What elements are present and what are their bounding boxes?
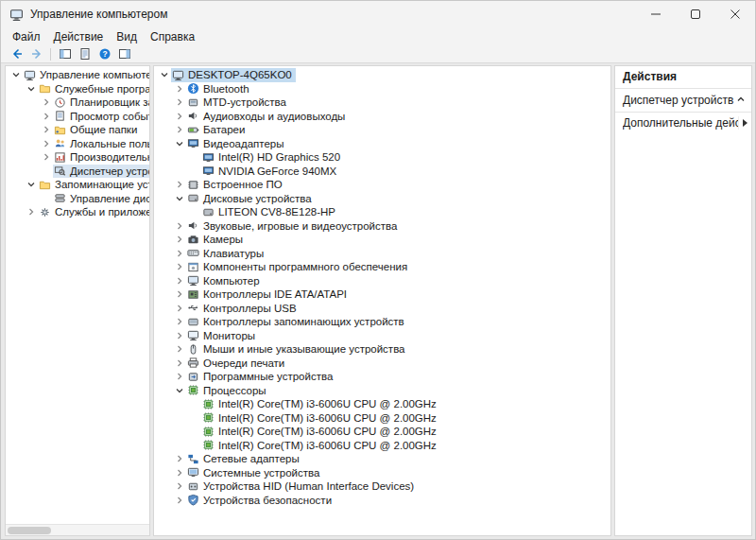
chevron-right-icon[interactable] (173, 302, 186, 315)
tree-item[interactable]: Звуковые, игровые и видеоустройства (154, 219, 610, 234)
tree-item[interactable]: Системные устройства (154, 466, 610, 480)
chevron-down-icon[interactable] (173, 137, 186, 150)
tree-item[interactable]: Контроллеры запоминающих устройств (154, 315, 610, 329)
tree-item[interactable]: Устройства HID (Human Interface Devices) (154, 479, 610, 494)
tree-item[interactable]: Мониторы (154, 329, 610, 343)
chevron-right-icon[interactable] (25, 205, 38, 218)
toolbar: ? (1, 45, 755, 63)
tree-item[interactable]: NVIDIA GeForce 940MX (154, 165, 610, 179)
tree-item[interactable]: Службы и приложения (6, 205, 149, 219)
more-actions-item[interactable]: Дополнительные действ… (615, 113, 751, 133)
tree-item-label: Просмотр событий (67, 111, 149, 122)
chevron-right-icon[interactable] (173, 466, 186, 479)
chevron-down-icon[interactable] (158, 68, 171, 81)
properties-button[interactable] (75, 46, 94, 62)
arrow-right-icon[interactable] (738, 116, 751, 130)
forward-button[interactable] (26, 46, 46, 62)
minimize-button[interactable] (636, 1, 676, 27)
tree-item[interactable]: Дисковые устройства (154, 192, 610, 206)
actions-section-device-manager[interactable]: Диспетчер устройств (615, 89, 751, 113)
tree-item[interactable]: Служебные программы (6, 82, 149, 96)
tree-item[interactable]: Камеры (154, 233, 610, 247)
chevron-right-icon[interactable] (173, 110, 186, 123)
tree-item[interactable]: Процессоры (154, 384, 610, 398)
tree-item[interactable]: Управление дисками (6, 192, 149, 206)
chevron-right-icon[interactable] (40, 137, 53, 150)
chevron-right-icon[interactable] (40, 150, 53, 164)
tree-item[interactable]: Intel(R) Core(TM) i3-6006U CPU @ 2.00GHz (154, 439, 610, 453)
chevron-right-icon[interactable] (173, 287, 186, 301)
tree-item[interactable]: Компоненты программного обеспечения (154, 260, 610, 274)
chevron-right-icon[interactable] (173, 178, 186, 191)
tree-item[interactable]: Локальные пользовате (6, 137, 149, 151)
chevron-right-icon[interactable] (173, 329, 186, 342)
chevron-right-icon[interactable] (173, 479, 186, 493)
show-action-pane-button[interactable] (114, 46, 134, 62)
tree-item[interactable]: Intel(R) HD Graphics 520 (154, 150, 610, 165)
chevron-right-icon[interactable] (173, 452, 186, 465)
tree-item[interactable]: Контроллеры USB (154, 302, 610, 316)
chevron-right-icon[interactable] (173, 357, 186, 370)
chevron-down-icon[interactable] (25, 82, 38, 96)
chevron-right-icon[interactable] (173, 123, 186, 136)
tree-item[interactable]: Компьютер (154, 274, 610, 288)
tree-item[interactable]: Запоминающие устройств (6, 178, 149, 192)
menu-item[interactable]: Действие (47, 28, 111, 45)
chevron-down-icon[interactable] (9, 68, 23, 81)
chevron-right-icon[interactable] (40, 110, 53, 123)
close-button[interactable] (715, 1, 755, 27)
tree-item[interactable]: Intel(R) Core(TM) i3-6006U CPU @ 2.00GHz (154, 411, 610, 426)
help-button[interactable]: ? (94, 46, 114, 62)
tree-item[interactable]: Intel(R) Core(TM) i3-6006U CPU @ 2.00GHz (154, 425, 610, 439)
chevron-right-icon[interactable] (40, 96, 53, 109)
tree-item[interactable]: Клавиатуры (154, 247, 610, 261)
tree-item[interactable]: Общие папки (6, 123, 149, 137)
chevron-right-icon[interactable] (173, 247, 186, 260)
chevron-right-icon[interactable] (173, 260, 186, 273)
maximize-button[interactable] (676, 1, 715, 27)
tree-item[interactable]: Мыши и иные указывающие устройства (154, 342, 610, 357)
tree-item[interactable]: Контроллеры IDE ATA/ATAPI (154, 287, 610, 302)
chevron-right-icon[interactable] (173, 342, 186, 356)
tree-item[interactable]: Диспетчер устройств (6, 165, 149, 179)
chevron-down-icon[interactable] (173, 192, 186, 205)
tree-item[interactable]: Устройства безопасности (154, 494, 610, 508)
chevron-right-icon[interactable] (173, 370, 186, 383)
menu-item[interactable]: Справка (144, 28, 201, 45)
tree-item[interactable]: Очереди печати (154, 357, 610, 371)
chevron-up-icon[interactable] (736, 94, 746, 107)
menu-item[interactable]: Файл (6, 28, 47, 45)
tree-item[interactable]: MTD-устройства (154, 96, 610, 110)
tree-item[interactable]: Аудиовходы и аудиовыходы (154, 110, 610, 124)
software-component-icon (186, 260, 200, 273)
tree-item[interactable]: Bluetooth (154, 82, 610, 96)
chevron-down-icon[interactable] (25, 178, 38, 191)
chevron-right-icon[interactable] (40, 123, 53, 136)
tree-item[interactable]: LITEON CV8-8E128-HP (154, 205, 610, 219)
chevron-right-icon[interactable] (173, 96, 186, 109)
chevron-right-icon[interactable] (173, 274, 186, 287)
tree-item[interactable]: Intel(R) Core(TM) i3-6006U CPU @ 2.00GHz (154, 397, 610, 411)
chevron-right-icon[interactable] (173, 233, 186, 246)
tree-item[interactable]: Планировщик заданий (6, 96, 149, 110)
tree-item[interactable]: DESKTOP-4Q65KO0 (154, 68, 610, 82)
menu-item[interactable]: Вид (110, 28, 144, 45)
tree-item[interactable]: Встроенное ПО (154, 178, 610, 192)
back-button[interactable] (7, 46, 26, 62)
chevron-down-icon[interactable] (173, 384, 186, 397)
tree-item[interactable]: Производительность (6, 150, 149, 165)
tree-item[interactable]: Управление компьютером (ло (6, 68, 149, 82)
chevron-right-icon[interactable] (173, 82, 186, 96)
tree-item[interactable]: Программные устройства (154, 370, 610, 384)
tree-item[interactable]: Видеоадаптеры (154, 137, 610, 151)
tree-item[interactable]: Просмотр событий (6, 110, 149, 124)
chevron-right-icon[interactable] (173, 219, 186, 233)
chevron-right-icon[interactable] (173, 315, 186, 328)
show-console-tree-button[interactable] (55, 46, 75, 62)
tree-item[interactable]: Сетевые адаптеры (154, 452, 610, 466)
chevron-right-icon[interactable] (173, 494, 186, 507)
scrollbar-thumb[interactable] (8, 527, 51, 534)
horizontal-scrollbar[interactable] (6, 524, 149, 535)
tree-item[interactable]: Батареи (154, 123, 610, 137)
tree-item-label: LITEON CV8-8E128-HP (215, 206, 335, 218)
